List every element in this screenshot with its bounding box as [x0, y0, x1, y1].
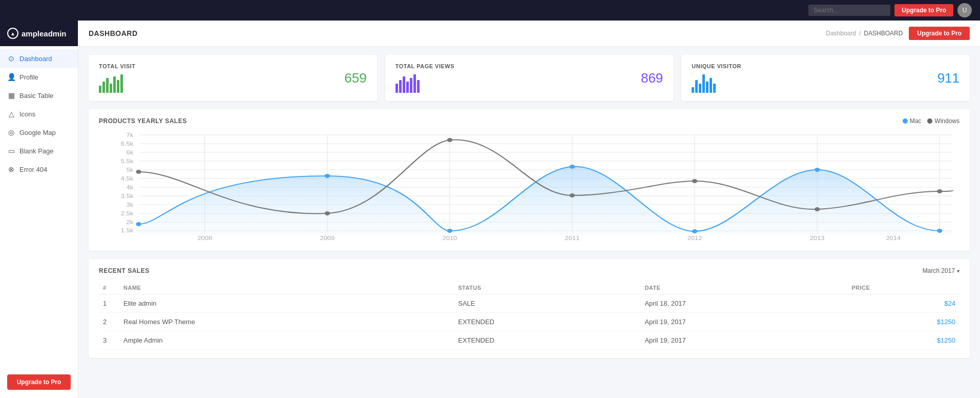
cell-num-3: 3	[99, 331, 119, 350]
dashboard-icon: ⊙	[7, 54, 15, 63]
mac-dot-4	[692, 229, 697, 233]
sales-table-body: 1 Elite admin SALE April 18, 2017 $24 2 …	[99, 294, 960, 350]
page-header: DASHBOARD Dashboard / DASHBOARD Upgrade …	[78, 21, 980, 47]
logo-icon: ▲	[7, 28, 18, 39]
legend-mac: Mac	[903, 117, 922, 125]
col-header-date: DATE	[640, 282, 847, 294]
cell-name-2: Real Homes WP Theme	[119, 313, 454, 331]
sidebar-label-basic-table: Basic Table	[19, 92, 53, 99]
stat-bar	[113, 76, 116, 93]
topbar-upgrade-button[interactable]: Upgrade to Pro	[894, 4, 953, 16]
svg-text:5k: 5k	[127, 167, 134, 172]
cell-name-1: Elite admin	[119, 294, 454, 313]
sidebar-nav: ⊙ Dashboard 👤 Profile ▦ Basic Table △ Ic…	[0, 46, 78, 366]
win-dot-5	[815, 207, 820, 211]
stat-bar	[702, 74, 705, 93]
cell-price-2: $1250	[847, 313, 960, 331]
sidebar-upgrade-button[interactable]: Upgrade to Pro	[7, 374, 71, 390]
mac-dot-0	[136, 222, 141, 226]
svg-text:6k: 6k	[127, 150, 134, 155]
table-icon: ▦	[7, 91, 15, 99]
sidebar-label-icons: Icons	[19, 110, 35, 118]
win-dot-3	[570, 193, 575, 197]
stat-label-total-visit: TOTAL VISIT	[99, 63, 136, 69]
logo-text: ampleadmin	[22, 29, 67, 38]
svg-text:2008: 2008	[197, 235, 212, 241]
svg-text:2.5k: 2.5k	[121, 211, 134, 216]
stats-row: TOTAL VISIT 659 TOTAL PAGE VI	[78, 47, 980, 109]
stat-bar	[713, 84, 716, 93]
cell-name-3: Ample Admin	[119, 331, 454, 350]
topbar-search-input[interactable]	[808, 5, 890, 16]
chart-legend: Mac Windows	[903, 117, 960, 125]
blank-icon: ▭	[7, 147, 15, 155]
stat-bar	[413, 74, 416, 93]
stat-label-page-views: TOTAL PAGE VIEWS	[395, 63, 454, 69]
sidebar-label-google-map: Google Map	[19, 129, 56, 136]
stat-label-unique-visitor: UNIQUE VISITOR	[692, 63, 741, 69]
chart-container: 7k 6.5k 6k 5.5k 5k 4.5k 4k 3.5k 3k 2.5k …	[99, 130, 960, 243]
stat-card-page-views: TOTAL PAGE VIEWS 869	[385, 55, 674, 101]
svg-text:4k: 4k	[127, 185, 134, 190]
sales-section: RECENT SALES March 2017 ▾ # NAME STATUS …	[89, 259, 970, 358]
breadcrumb: Dashboard / DASHBOARD	[826, 30, 903, 37]
breadcrumb-separator: /	[859, 30, 861, 37]
svg-text:2k: 2k	[127, 220, 134, 225]
sidebar-label-profile: Profile	[19, 73, 38, 81]
sidebar-item-google-map[interactable]: ◎ Google Map	[0, 123, 78, 142]
stat-card-unique-visitor: UNIQUE VISITOR 911	[681, 55, 970, 101]
svg-text:7k: 7k	[127, 132, 134, 137]
mac-dot-1	[325, 174, 330, 178]
table-row: 1 Elite admin SALE April 18, 2017 $24	[99, 294, 960, 313]
stat-bar	[406, 82, 409, 93]
sidebar-item-error-404[interactable]: ⊗ Error 404	[0, 160, 78, 178]
sales-table-head: # NAME STATUS DATE PRICE	[99, 282, 960, 294]
stat-bars-total-visit	[99, 74, 136, 93]
sidebar-item-profile[interactable]: 👤 Profile	[0, 68, 78, 86]
stat-bars-page-views	[395, 74, 454, 93]
chart-section: PRODUCTS YEARLY SALES Mac Windows	[89, 109, 970, 251]
sales-filter[interactable]: March 2017 ▾	[923, 267, 960, 274]
stat-bar	[102, 82, 105, 93]
stat-bar	[120, 74, 123, 93]
col-header-status: STATUS	[454, 282, 640, 294]
sidebar-item-icons[interactable]: △ Icons	[0, 105, 78, 123]
header-upgrade-button[interactable]: Upgrade to Pro	[909, 27, 970, 40]
cell-status-2: EXTENDED	[454, 313, 640, 331]
col-header-price: PRICE	[847, 282, 960, 294]
stat-card-total-visit: TOTAL VISIT 659	[89, 55, 377, 101]
table-row: 2 Real Homes WP Theme EXTENDED April 19,…	[99, 313, 960, 331]
cell-num-1: 1	[99, 294, 119, 313]
sidebar-label-dashboard: Dashboard	[19, 55, 52, 63]
svg-text:3k: 3k	[127, 202, 134, 207]
dropdown-icon: ▾	[957, 268, 960, 274]
stat-bar	[692, 87, 694, 93]
col-header-name: NAME	[119, 282, 454, 294]
windows-dot	[927, 118, 932, 124]
svg-text:4.5k: 4.5k	[121, 176, 134, 181]
svg-text:5.5k: 5.5k	[121, 158, 134, 164]
profile-icon: 👤	[7, 73, 15, 81]
topbar-avatar[interactable]: U	[957, 3, 972, 17]
svg-text:2010: 2010	[443, 235, 457, 241]
mac-dot-6	[937, 229, 942, 233]
map-icon: ◎	[7, 128, 15, 136]
chart-header: PRODUCTS YEARLY SALES Mac Windows	[99, 117, 960, 125]
cell-price-3: $1250	[847, 331, 960, 350]
stat-bar	[695, 80, 698, 93]
main-layout: ▲ ampleadmin ⊙ Dashboard 👤 Profile ▦ Bas…	[0, 21, 980, 398]
cell-status-3: EXTENDED	[454, 331, 640, 350]
main-content: DASHBOARD Dashboard / DASHBOARD Upgrade …	[78, 21, 980, 398]
stat-bars-unique-visitor	[692, 74, 741, 93]
win-dot-6	[937, 189, 942, 193]
sidebar-item-dashboard[interactable]: ⊙ Dashboard	[0, 49, 78, 68]
sidebar-item-basic-table[interactable]: ▦ Basic Table	[0, 86, 78, 105]
sidebar-logo: ▲ ampleadmin	[0, 21, 78, 46]
breadcrumb-current: DASHBOARD	[864, 30, 903, 37]
sidebar-upgrade-section: Upgrade to Pro	[0, 366, 78, 398]
sidebar-item-blank-page[interactable]: ▭ Blank Page	[0, 142, 78, 160]
svg-text:2012: 2012	[687, 235, 702, 241]
win-dot-4	[692, 179, 697, 183]
cell-date-2: April 19, 2017	[640, 313, 847, 331]
svg-text:2009: 2009	[320, 235, 335, 241]
